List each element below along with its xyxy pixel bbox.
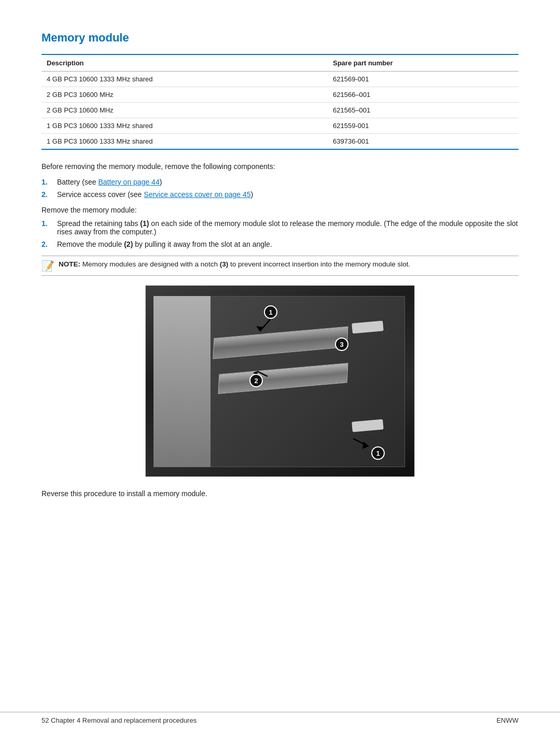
label-3: 3 [335, 338, 348, 351]
svg-marker-5 [362, 441, 369, 449]
prereq-2-text: Service access cover (see Service access… [57, 190, 253, 199]
step-2-text: Remove the module (2) by pulling it away… [57, 240, 272, 248]
prereq-1-text: Battery (see Battery on page 44) [57, 178, 162, 186]
cell-description: 1 GB PC3 10600 1333 MHz shared [41, 118, 328, 134]
col-partnum-header: Spare part number [328, 55, 519, 72]
table-row: 2 GB PC3 10600 MHz 621566–001 [41, 87, 519, 103]
list-number-2: 2. [41, 190, 51, 199]
closing-text: Reverse this procedure to install a memo… [41, 489, 519, 498]
step-2-bold: (2) [124, 240, 133, 248]
label-2: 2 [249, 374, 263, 387]
table-row: 1 GB PC3 10600 1333 MHz shared 621559-00… [41, 118, 519, 134]
cell-partnum: 639736-001 [328, 134, 519, 150]
col-description-header: Description [41, 55, 328, 72]
cell-description: 4 GB PC3 10600 1333 MHz shared [41, 72, 328, 87]
note-text: NOTE: Memory modules are designed with a… [59, 260, 410, 268]
page-footer: 52 Chapter 4 Removal and replacement pro… [0, 712, 560, 724]
note-icon: 📝 [41, 261, 54, 271]
cell-partnum: 621569-001 [328, 72, 519, 87]
list-item: 2. Service access cover (see Service acc… [41, 190, 519, 199]
list-number-1: 1. [41, 178, 51, 186]
table-row: 1 GB PC3 10600 1333 MHz shared 639736-00… [41, 134, 519, 150]
cell-description: 2 GB PC3 10600 MHz [41, 103, 328, 118]
footer-right: ENWW [496, 716, 519, 724]
cell-description: 2 GB PC3 10600 MHz [41, 87, 328, 103]
note-box: 📝 NOTE: Memory modules are designed with… [41, 256, 519, 276]
note-bold: (3) [220, 260, 229, 268]
cell-partnum: 621559-001 [328, 118, 519, 134]
step-number-1: 1. [41, 219, 51, 236]
cell-partnum: 621565–001 [328, 103, 519, 118]
image-background: 1 2 3 1 [146, 286, 414, 476]
parts-table: Description Spare part number 4 GB PC3 1… [41, 55, 519, 150]
step-1: 1. Spread the retaining tabs (1) on each… [41, 219, 519, 236]
footer-left: 52 Chapter 4 Removal and replacement pro… [41, 716, 197, 724]
step-1-bold: (1) [140, 219, 149, 228]
intro-text: Before removing the memory module, remov… [41, 162, 519, 171]
module-image: 1 2 3 1 [145, 285, 415, 477]
list-item: 1. Battery (see Battery on page 44) [41, 178, 519, 186]
label-1a: 1 [264, 305, 277, 319]
battery-link[interactable]: Battery on page 44 [98, 178, 159, 186]
note-label: NOTE: [59, 260, 80, 268]
table-row: 4 GB PC3 10600 1333 MHz shared 621569-00… [41, 72, 519, 87]
step-1-text: Spread the retaining tabs (1) on each si… [57, 219, 519, 236]
step-2: 2. Remove the module (2) by pulling it a… [41, 240, 519, 248]
step-number-2: 2. [41, 240, 51, 248]
service-cover-link[interactable]: Service access cover on page 45 [144, 190, 250, 199]
prereq-list: 1. Battery (see Battery on page 44) 2. S… [41, 178, 519, 199]
cell-partnum: 621566–001 [328, 87, 519, 103]
table-header-row: Description Spare part number [41, 55, 519, 72]
cell-description: 1 GB PC3 10600 1333 MHz shared [41, 134, 328, 150]
remove-label: Remove the memory module: [41, 206, 519, 214]
label-1b: 1 [371, 446, 385, 460]
page-title: Memory module [41, 31, 519, 45]
table-row: 2 GB PC3 10600 MHz 621565–001 [41, 103, 519, 118]
steps-list: 1. Spread the retaining tabs (1) on each… [41, 219, 519, 248]
